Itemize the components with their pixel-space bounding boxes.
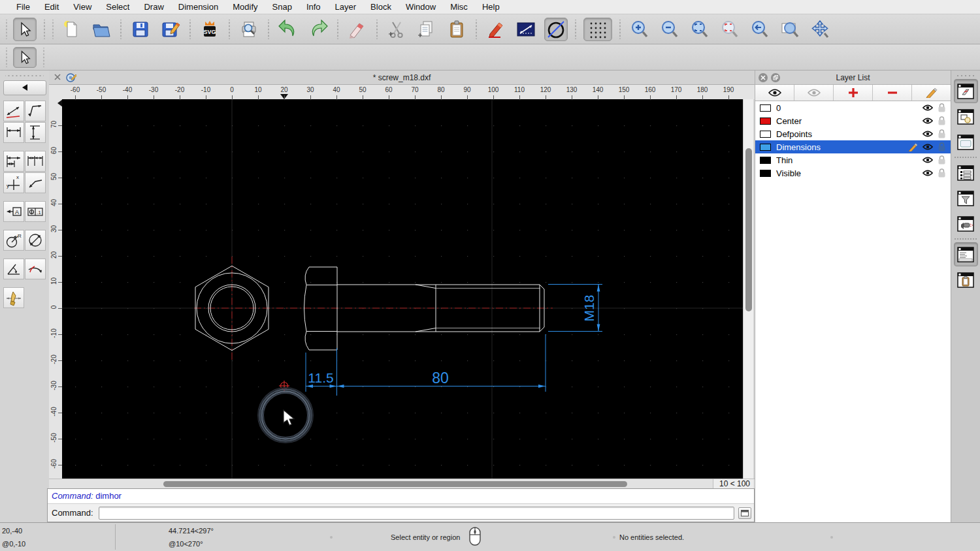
dim-leader-button[interactable] xyxy=(25,172,46,193)
menu-snap[interactable]: Snap xyxy=(265,0,299,14)
line-settings-button[interactable] xyxy=(514,18,538,41)
layer-row-visible[interactable]: Visible xyxy=(755,166,951,180)
layer-lock-toggle[interactable] xyxy=(936,116,947,125)
menu-info[interactable]: Info xyxy=(299,0,328,14)
horizontal-scrollbar-thumb[interactable] xyxy=(163,481,627,487)
zoom-previous-button[interactable] xyxy=(748,18,772,41)
layer-visibility-toggle[interactable] xyxy=(922,143,933,151)
dim-regenerate-button[interactable] xyxy=(3,287,24,308)
layer-lock-toggle[interactable] xyxy=(936,155,947,165)
lock-icon[interactable] xyxy=(938,168,945,178)
dock-clipboard-button[interactable] xyxy=(954,268,978,292)
lock-icon[interactable] xyxy=(938,142,945,151)
copy-button[interactable] xyxy=(415,18,438,41)
layer-visibility-toggle[interactable] xyxy=(922,156,933,164)
undo-button[interactable] xyxy=(276,18,300,41)
menu-dimension[interactable]: Dimension xyxy=(171,0,225,14)
lock-icon[interactable] xyxy=(938,155,945,165)
layer-row-0[interactable]: 0 xyxy=(755,101,951,114)
layer-visibility-toggle[interactable] xyxy=(922,117,933,125)
menu-view[interactable]: View xyxy=(66,0,99,14)
eye-icon[interactable] xyxy=(923,117,933,125)
zoom-auto-button[interactable] xyxy=(688,18,711,41)
dim-radial-button[interactable]: R xyxy=(3,230,24,251)
zoom-in-button[interactable] xyxy=(628,18,651,41)
horizontal-scrollbar[interactable]: 10 < 100 xyxy=(49,479,755,488)
layer-color-swatch[interactable] xyxy=(760,157,771,164)
open-file-button[interactable] xyxy=(90,18,113,41)
dock-command-line-button[interactable] xyxy=(954,242,978,266)
dim-tolerance-button[interactable]: .1 xyxy=(25,201,46,222)
menu-draw[interactable]: Draw xyxy=(137,0,171,14)
vertical-scrollbar[interactable] xyxy=(743,99,753,479)
palette-back-button[interactable] xyxy=(3,80,46,95)
eye-icon[interactable] xyxy=(923,104,933,112)
layer-row-dimensions[interactable]: Dimensions xyxy=(755,140,951,153)
eye-icon[interactable] xyxy=(923,169,933,177)
lock-icon[interactable] xyxy=(938,116,945,125)
remove-layer-button[interactable] xyxy=(873,85,912,101)
dock-entity-list-button[interactable] xyxy=(954,161,978,185)
new-file-button[interactable] xyxy=(59,18,83,41)
layer-lock-toggle[interactable] xyxy=(936,129,947,138)
command-input[interactable] xyxy=(99,507,734,520)
layer-row-center[interactable]: Center xyxy=(755,114,951,127)
hide-all-layers-button[interactable] xyxy=(794,85,834,101)
lock-icon[interactable] xyxy=(938,103,945,112)
menu-window[interactable]: Window xyxy=(399,0,443,14)
dim-baseline-button[interactable] xyxy=(3,151,24,172)
layer-row-defpoints[interactable]: Defpoints xyxy=(755,127,951,140)
selection-pointer-button[interactable] xyxy=(13,47,37,68)
layer-visibility-toggle[interactable] xyxy=(922,169,933,177)
dim-vertical-button[interactable] xyxy=(25,122,46,143)
layer-color-swatch[interactable] xyxy=(760,104,771,112)
layer-visibility-toggle[interactable] xyxy=(922,104,933,112)
menu-misc[interactable]: Misc xyxy=(443,0,475,14)
command-detach-button[interactable] xyxy=(738,507,751,519)
menu-layer[interactable]: Layer xyxy=(328,0,364,14)
dim-arc-button[interactable] xyxy=(25,259,46,279)
zoom-out-button[interactable] xyxy=(658,18,681,41)
menu-edit[interactable]: Edit xyxy=(37,0,66,14)
draft-mode-button[interactable] xyxy=(544,18,568,41)
dock-notification-button[interactable] xyxy=(954,212,978,236)
dim-horizontal-button[interactable] xyxy=(3,122,24,143)
dim-diametric-button[interactable] xyxy=(25,230,46,251)
eye-icon[interactable] xyxy=(923,143,933,151)
show-all-layers-button[interactable] xyxy=(755,85,794,101)
pen-button[interactable] xyxy=(484,18,508,41)
edit-layer-button[interactable] xyxy=(912,85,951,101)
lock-icon[interactable] xyxy=(938,129,945,138)
vertical-scrollbar-thumb[interactable] xyxy=(745,148,752,311)
dim-label-button[interactable]: A xyxy=(3,201,24,222)
zoom-selection-button[interactable] xyxy=(718,18,742,41)
menu-modify[interactable]: Modify xyxy=(225,0,265,14)
eye-icon[interactable] xyxy=(923,130,933,138)
layer-lock-toggle[interactable] xyxy=(936,103,947,112)
delete-button[interactable] xyxy=(346,18,369,41)
eye-icon[interactable] xyxy=(923,156,933,164)
layer-color-swatch[interactable] xyxy=(760,118,771,125)
add-layer-button[interactable] xyxy=(834,85,873,101)
redo-button[interactable] xyxy=(306,18,330,41)
layer-lock-toggle[interactable] xyxy=(936,142,947,151)
print-preview-button[interactable] xyxy=(237,18,261,41)
save-as-button[interactable] xyxy=(159,18,182,41)
menu-file[interactable]: File xyxy=(9,0,37,14)
grid-toggle-button[interactable] xyxy=(583,18,612,41)
dim-continue-button[interactable] xyxy=(25,151,46,172)
dim-ordinate-button[interactable]: xy xyxy=(3,172,24,193)
dim-aligned-button[interactable] xyxy=(3,101,24,121)
zoom-window-button[interactable] xyxy=(778,18,802,41)
layer-lock-toggle[interactable] xyxy=(936,168,947,178)
select-tool-button[interactable] xyxy=(13,18,37,41)
svg-export-button[interactable]: SVG xyxy=(198,18,221,41)
dock-selection-filter-button[interactable] xyxy=(954,186,978,210)
menu-help[interactable]: Help xyxy=(475,0,507,14)
layer-edit-indicator[interactable] xyxy=(907,143,919,151)
dim-linear-button[interactable] xyxy=(25,101,46,121)
layer-row-thin[interactable]: Thin xyxy=(755,153,951,166)
menu-select[interactable]: Select xyxy=(99,0,137,14)
cut-button[interactable] xyxy=(385,18,408,41)
layer-color-swatch[interactable] xyxy=(760,144,771,151)
